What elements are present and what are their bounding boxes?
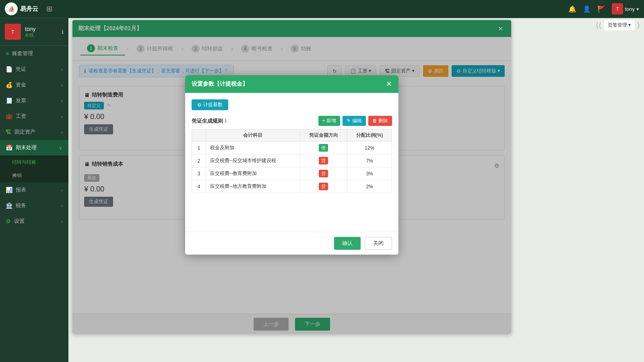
sidebar-item-period-end[interactable]: 📅 期末处理 ∨ bbox=[0, 140, 68, 156]
cell-subject: 应交税费--应交城市维护建设税 bbox=[206, 154, 300, 167]
direction-tag: 贷 bbox=[319, 183, 328, 190]
modal-table: 会计科目 凭证金额方向 分配比例(%) 1 税金及附加 借 12% 2 应交税费… bbox=[192, 129, 392, 193]
cell-subject: 应交税费--教育费附加 bbox=[206, 167, 300, 180]
sidebar-item-tax[interactable]: 🏦 税务 › bbox=[0, 198, 68, 214]
col-ratio: 分配比例(%) bbox=[347, 130, 392, 142]
gear-icon: ⚙ bbox=[197, 102, 202, 108]
sidebar-user-section: T tony 在线 ℹ bbox=[0, 18, 68, 46]
col-direction: 凭证金额方向 bbox=[300, 130, 347, 142]
col-subject: 会计科目 bbox=[206, 130, 300, 142]
cell-subject: 税金及附加 bbox=[206, 142, 300, 154]
modal-footer: 确认 关闭 bbox=[185, 232, 398, 255]
username-top: tony bbox=[625, 6, 635, 12]
tax-icon: 🏦 bbox=[6, 202, 12, 209]
section-label: 凭证生成规则 ℹ bbox=[192, 117, 227, 125]
sidebar-item-label: 报表 bbox=[16, 186, 26, 193]
col-num bbox=[192, 130, 206, 142]
accounts-icon: ≡ bbox=[6, 50, 9, 57]
sidebar-user-info: tony 在线 bbox=[25, 26, 35, 38]
sidebar-item-report[interactable]: 📊 报表 › bbox=[0, 182, 68, 198]
bell-icon[interactable]: 🔔 bbox=[568, 5, 576, 13]
person-icon[interactable]: 👤 bbox=[583, 5, 591, 13]
sidebar-item-voucher[interactable]: 📄 凭证 › bbox=[0, 62, 68, 77]
table-row[interactable]: 1 税金及附加 借 12% bbox=[192, 142, 392, 154]
sidebar-avatar: T bbox=[5, 24, 21, 40]
sidebar-sub-carryover[interactable]: 结转与结账 bbox=[0, 156, 68, 169]
modal-tab-label: 计提基数 bbox=[203, 101, 223, 108]
grid-icon[interactable]: ⊞ bbox=[46, 4, 52, 13]
delete-rule-button[interactable]: 🗑 删除 bbox=[368, 116, 392, 126]
cell-ratio: 2% bbox=[347, 180, 392, 193]
cell-num: 4 bbox=[192, 180, 206, 193]
sidebar-item-fund[interactable]: 💰 资金 › bbox=[0, 77, 68, 93]
cell-num: 1 bbox=[192, 142, 206, 154]
period-window: 期末处理【2024年01月】 ✕ 1 期末检查 › 2 计提所得税 › 3 结转… bbox=[72, 20, 511, 334]
direction-tag: 借 bbox=[319, 144, 328, 152]
sidebar-item-label: 期末处理 bbox=[16, 144, 37, 151]
sidebar-sub-label: 摊销 bbox=[12, 173, 22, 178]
back-icon[interactable]: ⟨⟨ bbox=[596, 21, 601, 30]
cell-subject: 应交税费--地方教育费附加 bbox=[206, 180, 300, 193]
modal-close-button[interactable]: ✕ bbox=[386, 80, 392, 88]
tab-bar: ⟨⟨ 页签管理 ▾ ⟩ bbox=[596, 20, 640, 30]
cell-num: 2 bbox=[192, 154, 206, 167]
fixed-icon: 🏗 bbox=[6, 129, 11, 135]
modal-overlay: 设置参数【计提税金】 ✕ ⚙ 计提基数 凭证生成规则 bbox=[72, 20, 511, 334]
sidebar-item-label: 设置 bbox=[14, 218, 25, 225]
cell-direction: 贷 bbox=[300, 167, 347, 180]
tab-page-management[interactable]: 页签管理 ▾ bbox=[604, 20, 635, 30]
table-row[interactable]: 3 应交税费--教育费附加 贷 3% bbox=[192, 167, 392, 180]
cell-direction: 借 bbox=[300, 142, 347, 154]
nav-right: 🔔 👤 🚩 T tony ▾ bbox=[568, 3, 639, 14]
user-dropdown[interactable]: T tony ▾ bbox=[612, 3, 639, 14]
nav-left: ⛵ 易舟云 ⊞ bbox=[5, 2, 52, 15]
sidebar-item-label: 固定资产 bbox=[14, 128, 35, 136]
section-title-text: 凭证生成规则 bbox=[192, 117, 223, 125]
sidebar-status: 在线 bbox=[25, 32, 35, 38]
main-content: 期末处理【2024年01月】 ✕ 1 期末检查 › 2 计提所得税 › 3 结转… bbox=[68, 18, 644, 362]
sidebar: T tony 在线 ℹ ≡ 账套管理 📄 凭证 › 💰 资金 › 🧾 发票 › … bbox=[0, 18, 68, 362]
table-header-row: 会计科目 凭证金额方向 分配比例(%) bbox=[192, 130, 392, 142]
flag-icon[interactable]: 🚩 bbox=[597, 5, 605, 13]
modal-header: 设置参数【计提税金】 ✕ bbox=[185, 75, 398, 93]
modal-tab-base[interactable]: ⚙ 计提基数 bbox=[192, 99, 228, 110]
sidebar-item-label: 资金 bbox=[16, 81, 26, 88]
sidebar-item-accounts[interactable]: ≡ 账套管理 bbox=[0, 46, 68, 62]
table-row[interactable]: 4 应交税费--地方教育费附加 贷 2% bbox=[192, 180, 392, 193]
sidebar-item-label: 工资 bbox=[16, 113, 26, 120]
sidebar-item-label: 发票 bbox=[16, 97, 26, 104]
add-rule-button[interactable]: + 新增 bbox=[318, 116, 340, 126]
settings-icon: ⚙ bbox=[6, 218, 11, 224]
close-modal-button[interactable]: 关闭 bbox=[365, 237, 392, 250]
modal-section-title: 凭证生成规则 ℹ + 新增 ✎ 编辑 🗑 删除 bbox=[192, 116, 392, 126]
modal-title: 设置参数【计提税金】 bbox=[192, 80, 248, 88]
direction-tag: 贷 bbox=[319, 170, 328, 177]
help-icon[interactable]: ℹ bbox=[225, 118, 227, 124]
edit-rule-button[interactable]: ✎ 编辑 bbox=[343, 116, 365, 126]
section-actions: + 新增 ✎ 编辑 🗑 删除 bbox=[318, 116, 392, 126]
cell-direction: 贷 bbox=[300, 180, 347, 193]
sidebar-item-invoice[interactable]: 🧾 发票 › bbox=[0, 93, 68, 109]
report-icon: 📊 bbox=[6, 187, 12, 193]
sidebar-item-label: 账套管理 bbox=[12, 50, 33, 57]
period-icon: 📅 bbox=[6, 144, 12, 151]
table-row[interactable]: 2 应交税费--应交城市维护建设税 贷 7% bbox=[192, 154, 392, 167]
sidebar-item-fixed-assets[interactable]: 🏗 固定资产 › bbox=[0, 124, 68, 140]
forward-icon[interactable]: ⟩ bbox=[637, 21, 640, 30]
modal-body: ⚙ 计提基数 凭证生成规则 ℹ + 新增 ✎ 编辑 🗑 删 bbox=[185, 93, 398, 232]
modal-dialog: 设置参数【计提税金】 ✕ ⚙ 计提基数 凭证生成规则 bbox=[185, 75, 398, 255]
direction-tag: 贷 bbox=[319, 157, 328, 165]
salary-icon: 💼 bbox=[6, 113, 12, 119]
cell-ratio: 3% bbox=[347, 167, 392, 180]
cell-num: 3 bbox=[192, 167, 206, 180]
chevron-down-icon: ▾ bbox=[636, 6, 639, 12]
sidebar-sub-depreciation[interactable]: 摊销 bbox=[0, 169, 68, 182]
sidebar-item-settings[interactable]: ⚙ 设置 › bbox=[0, 214, 68, 229]
info-icon[interactable]: ℹ bbox=[62, 29, 64, 35]
app-logo[interactable]: ⛵ 易舟云 bbox=[5, 2, 38, 15]
modal-tabs: ⚙ 计提基数 bbox=[192, 99, 392, 110]
table-empty-space bbox=[192, 193, 392, 225]
confirm-button[interactable]: 确认 bbox=[334, 237, 361, 250]
sidebar-item-salary[interactable]: 💼 工资 › bbox=[0, 109, 68, 124]
fund-icon: 💰 bbox=[6, 82, 12, 88]
